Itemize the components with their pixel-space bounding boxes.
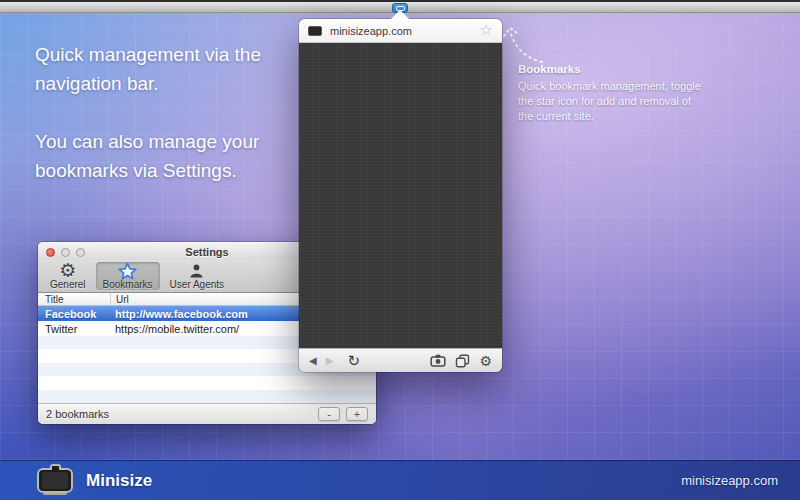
- remove-bookmark-button[interactable]: -: [318, 407, 340, 421]
- bookmark-count: 2 bookmarks: [46, 408, 109, 420]
- tab-bookmarks-label: Bookmarks: [103, 279, 153, 290]
- tab-general[interactable]: ⚙ Generel: [43, 262, 93, 290]
- intro-paragraph-1: Quick management via the navigation bar.: [35, 40, 291, 98]
- person-icon: [189, 262, 204, 279]
- tab-user-agents-label: User Agents: [170, 279, 224, 290]
- browser-title-bar: minisizeapp.com ☆: [299, 19, 502, 43]
- browser-bottom-toolbar: ◀ ▶ ↻ ⚙: [299, 348, 502, 372]
- intro-paragraph-2: You can also manage your bookmarks via S…: [35, 127, 291, 185]
- bottom-app-bar: Minisize minisizeapp.com: [0, 460, 800, 500]
- forward-button[interactable]: ▶: [326, 356, 334, 366]
- minimize-button[interactable]: [61, 248, 70, 257]
- gear-icon[interactable]: ⚙: [479, 354, 492, 368]
- back-button[interactable]: ◀: [309, 356, 317, 366]
- browser-content-area: [299, 43, 502, 348]
- close-button[interactable]: [46, 248, 55, 257]
- icon-base: [43, 493, 67, 495]
- toolbar-right-icons: ⚙: [430, 354, 492, 368]
- bookmark-star-icon[interactable]: ☆: [480, 23, 493, 38]
- intro-text-block: Quick management via the navigation bar.…: [35, 40, 291, 214]
- settings-footer: 2 bookmarks - +: [38, 403, 376, 424]
- zoom-button[interactable]: [76, 248, 85, 257]
- app-name: Minisize: [86, 471, 152, 491]
- icon-notch: [50, 464, 61, 470]
- camera-icon[interactable]: [430, 354, 446, 367]
- tab-bookmarks[interactable]: Bookmarks: [96, 262, 160, 290]
- screenshot-stage: Quick management via the navigation bar.…: [0, 0, 800, 500]
- bookmarks-callout: Bookmarks Quick bookmark management, tog…: [518, 63, 704, 124]
- minisize-app-icon: [37, 468, 73, 493]
- empty-row: [38, 390, 376, 403]
- star-icon: [118, 262, 137, 279]
- windows-icon[interactable]: [455, 354, 470, 368]
- cell-title: Facebook: [38, 306, 110, 321]
- cell-title: Twitter: [38, 321, 110, 336]
- popover-arrow: [391, 10, 409, 19]
- traffic-lights: [46, 248, 85, 257]
- url-label: minisizeapp.com: [330, 25, 412, 37]
- gear-icon: ⚙: [59, 262, 76, 279]
- refresh-button[interactable]: ↻: [347, 354, 360, 368]
- icon-screen: [42, 472, 68, 489]
- tab-user-agents[interactable]: User Agents: [163, 262, 231, 290]
- callout-body: Quick bookmark management, toggle the st…: [518, 79, 704, 124]
- column-header-title[interactable]: Title: [38, 293, 110, 305]
- callout-title: Bookmarks: [518, 63, 704, 75]
- tab-general-label: Generel: [50, 279, 86, 290]
- add-bookmark-button[interactable]: +: [346, 407, 368, 421]
- browser-popover-window: minisizeapp.com ☆ ◀ ▶ ↻: [299, 19, 502, 372]
- window-title: Settings: [185, 246, 228, 258]
- empty-row: [38, 376, 376, 389]
- app-website[interactable]: minisizeapp.com: [681, 473, 778, 488]
- site-favicon: [308, 26, 322, 36]
